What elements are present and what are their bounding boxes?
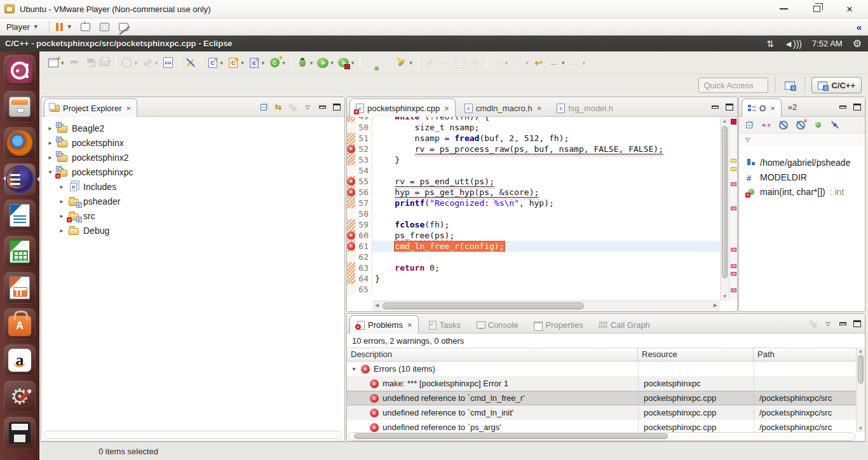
scrollbar-thumb[interactable] — [722, 126, 728, 278]
error-marker[interactable] — [731, 288, 736, 292]
editor-tab-fsg-model-h[interactable]: cfsg_model.h — [550, 98, 620, 117]
error-marker[interactable] — [731, 248, 736, 252]
launcher-item-libreoffice-writer[interactable] — [4, 200, 35, 231]
dropdown-arrow-icon[interactable]: ▾ — [562, 60, 565, 66]
code-text[interactable]: hyp = ps_get_hyp(ps, &score); — [372, 187, 720, 198]
new-wizard-button[interactable] — [46, 55, 61, 71]
launcher-item-ubuntu-dash[interactable] — [4, 55, 35, 86]
scrollbar-thumb[interactable] — [858, 355, 864, 384]
minimize-view-button[interactable] — [318, 102, 327, 112]
close-icon[interactable]: × — [537, 104, 542, 113]
editor-tab-cmdln-macro-h[interactable]: ccmdln_macro.h× — [458, 98, 548, 117]
problem-group-row[interactable]: ▾×Errors (10 items) — [347, 362, 856, 376]
overview-ruler[interactable] — [729, 117, 737, 301]
code-text[interactable]: } — [372, 154, 720, 165]
run-button[interactable] — [315, 55, 330, 71]
tab-console[interactable]: Console — [470, 315, 525, 334]
minimize-button[interactable] — [775, 3, 792, 15]
hide-inactive-button[interactable] — [830, 120, 840, 130]
maximize-view-button[interactable] — [853, 102, 862, 112]
new-cpp-file-button[interactable]: C — [226, 55, 241, 71]
code-text[interactable]: printf("Recognized: %s\n", hyp); — [372, 198, 720, 208]
code-text[interactable]: nsamp = fread(buf, 2, 512, fh); — [372, 133, 720, 144]
expand-arrow-icon[interactable]: ▸ — [58, 198, 65, 205]
view-menu-button[interactable]: ▽ — [303, 102, 312, 112]
project-tree-item-debug[interactable]: ▸Debug — [41, 223, 344, 238]
open-perspective-button[interactable] — [782, 78, 798, 93]
build-all-button[interactable] — [161, 55, 176, 71]
error-marker[interactable] — [731, 264, 736, 268]
code-text[interactable]: fclose(fh); — [372, 219, 720, 230]
tab-project-explorer[interactable]: Project Explorer × — [44, 98, 137, 117]
scroll-up-arrow[interactable]: ▲ — [857, 348, 865, 354]
link-with-editor-button[interactable]: ⇆ — [274, 102, 283, 112]
launcher-item-libreoffice-calc[interactable] — [4, 236, 35, 267]
player-menu-button[interactable]: Player ▼ — [0, 18, 45, 35]
code-text[interactable] — [372, 208, 720, 219]
launcher-item-files[interactable] — [4, 91, 35, 122]
cpp-perspective-button[interactable]: C/C++ — [811, 77, 862, 93]
maximize-view-button[interactable] — [332, 102, 341, 112]
problem-row[interactable]: ×undefined reference to `ps_args'pockets… — [347, 420, 856, 432]
search-button[interactable] — [394, 55, 409, 71]
error-marker[interactable] — [731, 182, 736, 186]
dropdown-arrow-icon[interactable]: ▾ — [351, 60, 355, 66]
launcher-item-eclipse[interactable] — [4, 164, 35, 194]
launcher-item-amazon[interactable] — [4, 345, 35, 375]
project-tree-item-src[interactable]: ▸C×src — [41, 208, 344, 223]
column-resource[interactable]: Resource — [638, 348, 754, 361]
code-text[interactable]: rv = ps_process_raw(ps, buf, nsamp, FALS… — [372, 144, 720, 154]
error-marker[interactable] — [731, 272, 736, 276]
warning-marker[interactable] — [731, 167, 736, 171]
dropdown-arrow-icon[interactable]: ▾ — [220, 60, 224, 66]
scroll-down-arrow[interactable]: ▼ — [721, 294, 729, 299]
expand-arrow-icon[interactable]: ▸ — [46, 125, 54, 132]
external-tools-button[interactable] — [336, 55, 351, 71]
hide-fields-button[interactable] — [778, 120, 789, 130]
maximize-view-button[interactable] — [725, 102, 734, 112]
collapse-all-button[interactable]: − — [259, 102, 268, 112]
quick-access-input[interactable] — [698, 78, 768, 93]
clock[interactable]: 7:52 AM — [812, 39, 843, 48]
session-gear-icon[interactable]: ⚙ — [853, 37, 862, 50]
column-description[interactable]: Description — [347, 348, 638, 361]
project-tree-item-pocketsphinx[interactable]: ▸Cpocketsphinx — [41, 135, 344, 150]
mark-occurrences-button[interactable] — [183, 55, 198, 71]
project-tree-item-pocketsphinxpc[interactable]: ▾C×pocketsphinxpc — [41, 165, 344, 179]
code-text[interactable] — [372, 284, 720, 295]
close-button[interactable]: × — [841, 3, 858, 15]
toolbar-collapse-button[interactable]: « — [857, 22, 868, 32]
new-c-file-button[interactable]: C — [205, 55, 220, 71]
code-text[interactable]: size_t nsamp; — [372, 122, 720, 133]
expand-arrow-icon[interactable]: ▸ — [46, 154, 54, 161]
problem-row[interactable]: ×make: *** [pocketsphinxpc] Error 1pocke… — [347, 376, 856, 391]
hide-non-public-button[interactable] — [813, 120, 823, 130]
code-editor[interactable]: 49 while (!feof(fh)) {50 size_t nsamp;51… — [347, 117, 720, 301]
code-text[interactable]: cmd_ln_free_r(config); — [372, 241, 720, 252]
send-ctrl-alt-del-button[interactable] — [78, 20, 93, 33]
close-icon[interactable]: × — [770, 104, 775, 113]
expand-arrow-icon[interactable]: ▸ — [58, 183, 65, 190]
expand-arrow-icon[interactable]: ▸ — [58, 227, 65, 234]
code-text[interactable]: } — [372, 273, 720, 284]
launcher-item-install[interactable] — [4, 417, 35, 448]
launcher-item-firefox[interactable] — [4, 128, 35, 158]
view-menu-icon[interactable]: ▽ — [745, 137, 750, 143]
project-explorer-hscrollbar[interactable] — [44, 431, 342, 439]
editor-hscrollbar[interactable]: ◀ ▶ — [372, 301, 720, 311]
last-edit-location-button[interactable] — [531, 55, 546, 71]
new-c-class-button[interactable]: c — [247, 55, 262, 71]
dropdown-arrow-icon[interactable]: ▾ — [262, 60, 265, 66]
volume-indicator-icon[interactable]: ◄))) — [784, 39, 802, 49]
close-icon[interactable]: × — [126, 104, 131, 113]
warning-marker[interactable] — [731, 159, 736, 163]
dropdown-arrow-icon[interactable]: ▾ — [241, 60, 244, 66]
tab-call-graph[interactable]: Call Graph — [592, 315, 656, 334]
dropdown-arrow-icon[interactable]: ▾ — [409, 60, 412, 66]
dropdown-arrow-icon[interactable]: ▾ — [61, 60, 64, 66]
collapse-arrow-icon[interactable]: ▾ — [46, 168, 54, 175]
project-tree-item-psheader[interactable]: ▸Cpsheader — [41, 194, 344, 208]
open-project-button[interactable] — [363, 55, 379, 71]
sort-button[interactable] — [761, 120, 771, 130]
network-indicator-icon[interactable]: ⇅ — [766, 39, 774, 49]
